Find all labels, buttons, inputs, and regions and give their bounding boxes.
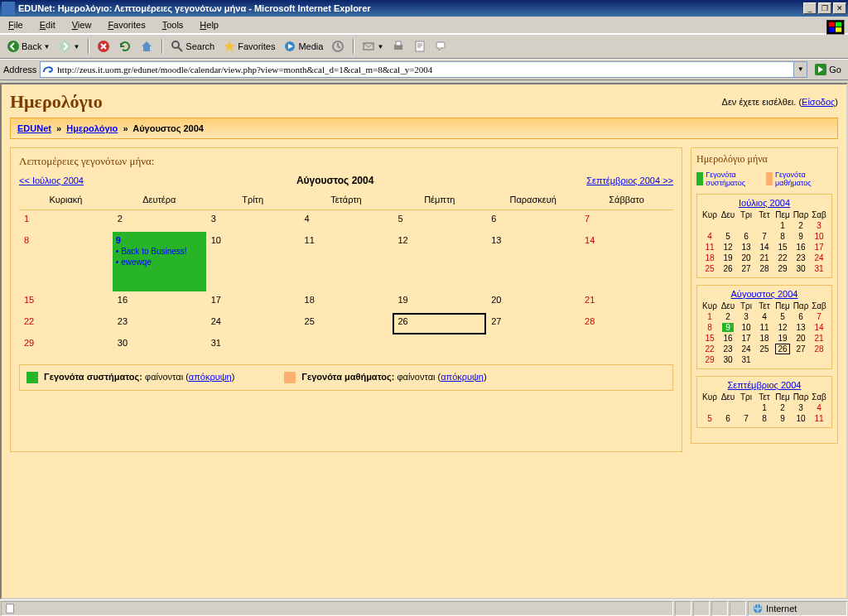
svg-rect-12	[396, 41, 401, 46]
stop-button[interactable]	[94, 38, 113, 55]
search-button[interactable]: Search	[167, 38, 218, 55]
svg-point-7	[172, 41, 179, 48]
svg-rect-1	[836, 22, 841, 26]
address-label: Address	[3, 65, 36, 75]
address-bar: Address ▼ Go	[0, 59, 848, 80]
discuss-button[interactable]	[431, 38, 451, 55]
print-button[interactable]	[388, 38, 408, 55]
minimize-button[interactable]: _	[803, 2, 817, 14]
menu-view[interactable]: View	[67, 18, 97, 31]
app-icon	[2, 2, 15, 15]
favorites-button[interactable]: Favorites	[219, 38, 278, 55]
menu-tools[interactable]: Tools	[157, 18, 189, 31]
refresh-button[interactable]	[115, 38, 135, 55]
address-input[interactable]	[40, 61, 794, 78]
go-button[interactable]: Go	[811, 61, 845, 78]
menu-edit[interactable]: Edit	[35, 18, 60, 31]
svg-point-5	[59, 41, 70, 52]
restore-button[interactable]: ❐	[818, 2, 831, 14]
menubar: File Edit View Favorites Tools Help	[0, 17, 848, 34]
windows-flag-icon	[826, 20, 845, 35]
menu-help[interactable]: Help	[195, 18, 224, 31]
window-title: EDUNet: Ημερολόγιο: Λεπτομέρειες γεγονότ…	[18, 3, 802, 13]
media-button[interactable]: Media	[280, 38, 326, 55]
back-button[interactable]: Back ▼	[3, 38, 53, 55]
history-button[interactable]	[328, 38, 348, 55]
page-favicon-icon	[41, 63, 55, 76]
svg-rect-13	[416, 41, 424, 51]
close-button[interactable]: ✕	[833, 2, 846, 14]
window-titlebar: EDUNet: Ημερολόγιο: Λεπτομέρειες γεγονότ…	[0, 0, 848, 17]
svg-rect-2	[829, 27, 835, 31]
edit-button[interactable]	[410, 38, 430, 55]
mail-button[interactable]: ▼	[359, 38, 387, 55]
forward-button[interactable]: ▼	[55, 38, 83, 55]
svg-rect-0	[829, 22, 835, 26]
menu-favorites[interactable]: Favorites	[103, 18, 150, 31]
home-button[interactable]	[137, 38, 157, 55]
svg-rect-14	[436, 42, 445, 48]
address-dropdown[interactable]: ▼	[794, 61, 807, 78]
svg-point-4	[7, 41, 19, 52]
svg-rect-3	[836, 27, 841, 31]
toolbar: Back ▼ ▼ Search Favorites Media ▼	[0, 34, 848, 59]
menu-file[interactable]: File	[3, 18, 28, 31]
